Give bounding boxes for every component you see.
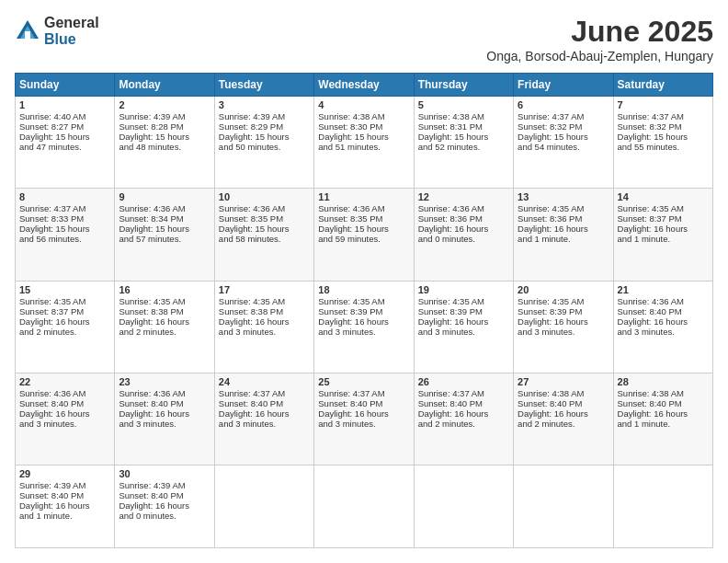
calendar-week-2: 8Sunrise: 4:37 AMSunset: 8:33 PMDaylight… — [16, 189, 713, 281]
calendar-week-4: 22Sunrise: 4:36 AMSunset: 8:40 PMDayligh… — [16, 373, 713, 465]
day-content: and 3 minutes. — [219, 327, 310, 337]
day-content: and 0 minutes. — [119, 511, 210, 521]
day-content: and 3 minutes. — [318, 419, 409, 429]
day-content: Daylight: 16 hours — [618, 408, 709, 419]
day-content: and 48 minutes. — [119, 142, 210, 152]
day-content: and 1 minute. — [19, 511, 110, 521]
calendar-cell: 19Sunrise: 4:35 AMSunset: 8:39 PMDayligh… — [414, 281, 513, 373]
day-content: Daylight: 16 hours — [318, 316, 409, 327]
day-content: Sunrise: 4:38 AM — [518, 388, 609, 398]
day-content: and 1 minute. — [618, 234, 709, 244]
day-content: Daylight: 16 hours — [618, 224, 709, 234]
day-content: Sunrise: 4:35 AM — [119, 296, 210, 306]
calendar-cell: 7Sunrise: 4:37 AMSunset: 8:32 PMDaylight… — [613, 97, 712, 189]
day-content: Sunset: 8:32 PM — [618, 121, 709, 132]
day-content: Sunset: 8:32 PM — [518, 121, 609, 132]
calendar-cell: 12Sunrise: 4:36 AMSunset: 8:36 PMDayligh… — [414, 189, 513, 281]
calendar-week-5: 29Sunrise: 4:39 AMSunset: 8:40 PMDayligh… — [16, 465, 713, 548]
calendar-cell: 29Sunrise: 4:39 AMSunset: 8:40 PMDayligh… — [16, 465, 115, 548]
day-number: 15 — [19, 284, 110, 295]
day-content: Sunrise: 4:37 AM — [518, 111, 609, 121]
day-number: 13 — [518, 191, 609, 202]
day-content: and 58 minutes. — [219, 234, 310, 244]
day-number: 30 — [119, 468, 210, 479]
day-number: 1 — [19, 99, 110, 110]
day-content: Sunset: 8:39 PM — [418, 306, 509, 316]
day-content: Sunrise: 4:39 AM — [119, 111, 210, 121]
day-content: Sunset: 8:28 PM — [119, 121, 210, 132]
day-content: Daylight: 16 hours — [418, 224, 509, 234]
day-content: Daylight: 15 hours — [618, 132, 709, 142]
day-content: Daylight: 15 hours — [19, 224, 110, 234]
day-content: Daylight: 15 hours — [418, 132, 509, 142]
calendar-cell: 14Sunrise: 4:35 AMSunset: 8:37 PMDayligh… — [613, 189, 712, 281]
calendar-cell: 18Sunrise: 4:35 AMSunset: 8:39 PMDayligh… — [314, 281, 414, 373]
day-number: 2 — [119, 99, 210, 110]
header-monday: Monday — [115, 74, 214, 97]
day-number: 8 — [19, 191, 110, 202]
day-content: and 3 minutes. — [418, 327, 509, 337]
calendar-cell: 20Sunrise: 4:35 AMSunset: 8:39 PMDayligh… — [514, 281, 613, 373]
day-number: 24 — [219, 376, 310, 387]
calendar-cell — [314, 465, 414, 548]
day-content: and 50 minutes. — [219, 142, 310, 152]
day-content: and 3 minutes. — [618, 327, 709, 337]
logo: General Blue — [15, 15, 99, 47]
title-block: June 2025 Onga, Borsod-Abauj-Zemplen, Hu… — [486, 15, 713, 63]
day-content: Sunset: 8:37 PM — [19, 306, 110, 316]
day-content: Sunrise: 4:35 AM — [19, 296, 110, 306]
day-number: 28 — [618, 376, 709, 387]
day-number: 25 — [318, 376, 409, 387]
day-content: Sunset: 8:30 PM — [318, 121, 409, 132]
day-number: 7 — [618, 99, 709, 110]
calendar-cell: 10Sunrise: 4:36 AMSunset: 8:35 PMDayligh… — [214, 189, 313, 281]
calendar-cell: 24Sunrise: 4:37 AMSunset: 8:40 PMDayligh… — [214, 373, 313, 465]
day-content: Daylight: 16 hours — [219, 408, 310, 419]
day-content: Sunrise: 4:37 AM — [418, 388, 509, 398]
day-content: Daylight: 15 hours — [318, 224, 409, 234]
calendar-cell — [514, 465, 613, 548]
day-content: and 51 minutes. — [318, 142, 409, 152]
day-content: and 47 minutes. — [19, 142, 110, 152]
day-content: Sunrise: 4:38 AM — [418, 111, 509, 121]
calendar-week-1: 1Sunrise: 4:40 AMSunset: 8:27 PMDaylight… — [16, 97, 713, 189]
day-content: Sunrise: 4:36 AM — [119, 388, 210, 398]
day-number: 10 — [219, 191, 310, 202]
day-number: 29 — [19, 468, 110, 479]
day-content: and 3 minutes. — [518, 327, 609, 337]
day-content: Daylight: 16 hours — [618, 316, 709, 327]
day-content: Sunset: 8:39 PM — [518, 306, 609, 316]
day-content: Sunset: 8:40 PM — [19, 398, 110, 408]
day-content: and 2 minutes. — [518, 419, 609, 429]
calendar-cell: 5Sunrise: 4:38 AMSunset: 8:31 PMDaylight… — [414, 97, 513, 189]
calendar-cell — [613, 465, 712, 548]
calendar-cell: 23Sunrise: 4:36 AMSunset: 8:40 PMDayligh… — [115, 373, 214, 465]
day-content: Sunrise: 4:35 AM — [318, 296, 409, 306]
day-content: and 1 minute. — [618, 419, 709, 429]
day-content: Sunrise: 4:35 AM — [219, 296, 310, 306]
header: General Blue June 2025 Onga, Borsod-Abau… — [15, 15, 713, 63]
header-thursday: Thursday — [414, 74, 513, 97]
calendar-cell: 28Sunrise: 4:38 AMSunset: 8:40 PMDayligh… — [613, 373, 712, 465]
day-content: Daylight: 16 hours — [119, 408, 210, 419]
location-subtitle: Onga, Borsod-Abauj-Zemplen, Hungary — [486, 49, 713, 63]
calendar-header-row: Sunday Monday Tuesday Wednesday Thursday… — [16, 74, 713, 97]
calendar-cell: 8Sunrise: 4:37 AMSunset: 8:33 PMDaylight… — [16, 189, 115, 281]
day-number: 11 — [318, 191, 409, 202]
day-content: Sunset: 8:40 PM — [119, 398, 210, 408]
day-number: 14 — [618, 191, 709, 202]
day-number: 20 — [518, 284, 609, 295]
day-content: and 3 minutes. — [19, 419, 110, 429]
calendar-cell: 30Sunrise: 4:39 AMSunset: 8:40 PMDayligh… — [115, 465, 214, 548]
day-content: Sunset: 8:36 PM — [518, 213, 609, 224]
logo-text: General Blue — [44, 15, 99, 47]
calendar-cell: 3Sunrise: 4:39 AMSunset: 8:29 PMDaylight… — [214, 97, 313, 189]
day-content: and 56 minutes. — [19, 234, 110, 244]
day-content: Sunset: 8:40 PM — [19, 490, 110, 500]
day-content: Sunrise: 4:35 AM — [418, 296, 509, 306]
day-number: 17 — [219, 284, 310, 295]
day-content: Daylight: 16 hours — [518, 408, 609, 419]
day-content: and 3 minutes. — [318, 327, 409, 337]
day-content: Sunrise: 4:36 AM — [119, 203, 210, 213]
day-content: Daylight: 16 hours — [318, 408, 409, 419]
